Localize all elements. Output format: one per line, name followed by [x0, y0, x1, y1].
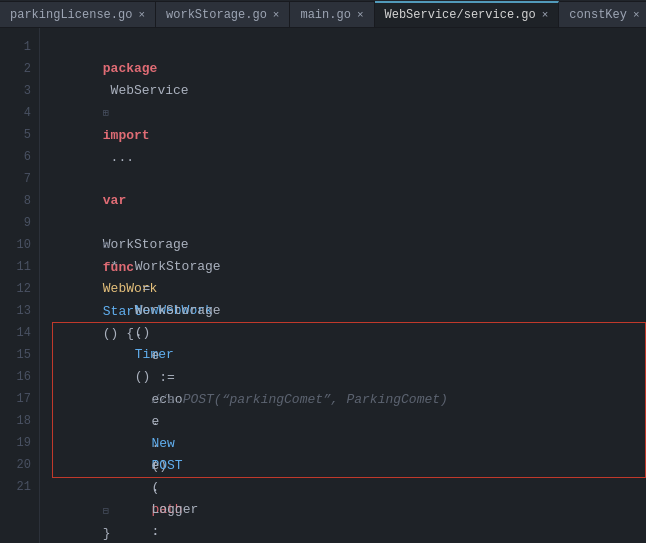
tab-main[interactable]: main.go × — [290, 1, 374, 27]
code-line-13 — [56, 300, 646, 322]
line-num: 3 — [0, 80, 39, 102]
tab-label: main.go — [300, 8, 350, 22]
line-num: 6 — [0, 146, 39, 168]
line-num: 21 — [0, 476, 39, 498]
code-line-16: //e.POST(“parkingComet”, ParkingComet) — [57, 367, 641, 389]
code-line-8 — [56, 190, 646, 212]
line-num: 12 — [0, 278, 39, 300]
code-line-6 — [56, 146, 646, 168]
tab-close-icon[interactable]: × — [357, 9, 364, 21]
code-area[interactable]: package WebService ⊞ import ... var Work… — [40, 28, 646, 543]
tab-bar: parkingLicense.go × workStorage.go × mai… — [0, 0, 646, 28]
line-num: 15 — [0, 344, 39, 366]
code-line-2 — [56, 58, 646, 80]
code-line-10: WorkStorage = NewWebWork () — [56, 234, 646, 256]
code-line-3: ⊞ import ... — [56, 80, 646, 102]
code-line-1: package WebService — [56, 36, 646, 58]
line-num: 8 — [0, 190, 39, 212]
code-line-9: ⊟ func Start () { — [56, 212, 646, 234]
code-line-5 — [56, 124, 646, 146]
line-num: 13 — [0, 300, 39, 322]
line-num: 20 — [0, 454, 39, 476]
line-num: 19 — [0, 432, 39, 454]
editor: 1 2 3 4 5 6 7 8 9 10 11 12 13 14 15 16 1… — [0, 28, 646, 543]
code-line-12: WorkStorage . Timer () — [56, 278, 646, 300]
tab-webservice[interactable]: WebService/service.go × — [375, 1, 560, 27]
tab-close-icon[interactable]: × — [138, 9, 145, 21]
line-num: 14 — [0, 322, 39, 344]
tab-parkinglicense[interactable]: parkingLicense.go × — [0, 1, 156, 27]
code-line-15 — [57, 345, 641, 367]
tab-label: parkingLicense.go — [10, 8, 132, 22]
line-num: 17 — [0, 388, 39, 410]
code-line-7: var WorkStorage * WebWork — [56, 168, 646, 190]
line-num: 10 — [0, 234, 39, 256]
line-num: 2 — [0, 58, 39, 80]
tab-workstorage[interactable]: workStorage.go × — [156, 1, 290, 27]
code-line-11 — [56, 256, 646, 278]
fold-close-icon[interactable]: ⊟ — [103, 506, 109, 517]
line-num: 16 — [0, 366, 39, 388]
line-num: 18 — [0, 410, 39, 432]
tab-constkey[interactable]: constKey × — [559, 1, 646, 27]
line-num: 1 — [0, 36, 39, 58]
tab-label: WebService/service.go — [385, 8, 536, 22]
code-line-18 — [57, 411, 641, 433]
code-line-14: e := echo . New () — [57, 323, 641, 345]
tab-close-icon[interactable]: × — [633, 9, 640, 21]
line-numbers: 1 2 3 4 5 6 7 8 9 10 11 12 13 14 15 16 1… — [0, 28, 40, 543]
code-line-20 — [57, 455, 641, 477]
tab-label: workStorage.go — [166, 8, 267, 22]
line-num: 7 — [0, 168, 39, 190]
highlight-region: e := echo . New () //e.POST(“parkingCome… — [52, 322, 646, 478]
code-line-19: e . Logger . Fatal ( e . Start ( address… — [57, 433, 641, 455]
line-num: 4 — [0, 102, 39, 124]
line-num: 5 — [0, 124, 39, 146]
dot: . — [151, 524, 159, 539]
code-line-21: ⊟ } — [56, 478, 646, 500]
tab-label: constKey — [569, 8, 627, 22]
code-line-4 — [56, 102, 646, 124]
tab-close-icon[interactable]: × — [273, 9, 280, 21]
code-line-17: e . POST ( path : “parkingLicense” , Par… — [57, 389, 641, 411]
line-num: 9 — [0, 212, 39, 234]
line-num: 11 — [0, 256, 39, 278]
logger-id: Logger — [151, 502, 198, 517]
tab-close-icon[interactable]: × — [542, 9, 549, 21]
closing-brace: } — [103, 526, 111, 541]
